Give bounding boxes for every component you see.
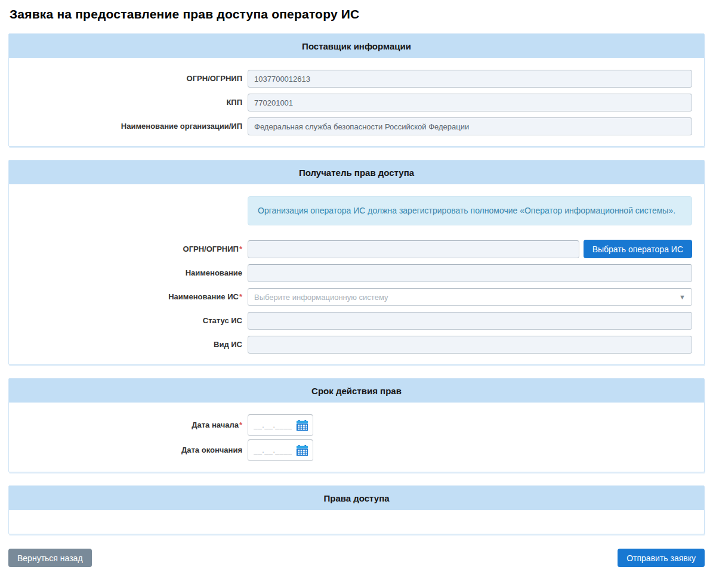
page-title: Заявка на предоставление прав доступа оп… — [10, 7, 705, 21]
section-body-recipient: Организация оператора ИС должна зарегист… — [9, 184, 704, 364]
provider-ogrn-input[interactable] — [248, 70, 692, 88]
is-kind-label: Вид ИС — [9, 340, 248, 349]
is-name-label: Наименование ИС* — [9, 292, 248, 302]
required-mark: * — [239, 245, 242, 253]
is-name-dropdown-input[interactable] — [254, 293, 674, 302]
section-header-validity: Срок действия прав — [9, 379, 704, 403]
section-validity-period: Срок действия прав Дата начала* — [8, 378, 705, 472]
field-row-is-kind: Вид ИС — [9, 336, 692, 354]
section-access-recipient: Получатель прав доступа Организация опер… — [8, 160, 705, 365]
provider-kpp-input[interactable] — [248, 94, 692, 112]
end-date-input[interactable] — [254, 446, 292, 454]
calendar-icon — [295, 444, 309, 457]
submit-application-button[interactable]: Отправить заявку — [618, 549, 705, 567]
application-page: Заявка на предоставление прав доступа оп… — [0, 0, 713, 575]
start-date-field — [248, 414, 313, 436]
field-row-recipient-ogrn: ОГРН/ОГРНИП* Выбрать оператора ИС — [9, 240, 692, 258]
provider-kpp-label: КПП — [9, 98, 248, 107]
field-row-provider-org-name: Наименование организации/ИП — [9, 117, 692, 135]
is-status-input[interactable] — [248, 312, 692, 330]
section-header-provider: Поставщик информации — [9, 34, 704, 58]
end-date-field — [248, 440, 313, 461]
calendar-icon — [295, 419, 309, 432]
field-row-provider-kpp: КПП — [9, 94, 692, 112]
select-operator-button[interactable]: Выбрать оператора ИС — [584, 240, 692, 258]
end-date-calendar-button[interactable] — [295, 444, 309, 457]
section-access-rights: Права доступа — [8, 485, 705, 534]
end-date-label: Дата окончания — [9, 445, 248, 455]
back-button[interactable]: Вернуться назад — [8, 549, 92, 567]
required-mark: * — [239, 292, 242, 301]
field-row-is-name: Наименование ИС* ▼ — [9, 288, 692, 306]
provider-org-name-label: Наименование организации/ИП — [9, 122, 248, 131]
field-row-provider-ogrn: ОГРН/ОГРНИП — [9, 70, 692, 88]
section-header-rights: Права доступа — [9, 486, 704, 510]
footer-actions: Вернуться назад Отправить заявку — [8, 549, 705, 567]
info-message: Организация оператора ИС должна зарегист… — [248, 196, 692, 225]
is-kind-input[interactable] — [248, 336, 692, 354]
info-message-row: Организация оператора ИС должна зарегист… — [9, 196, 692, 234]
section-body-provider: ОГРН/ОГРНИП КПП Наименование организации… — [9, 58, 704, 146]
start-date-input[interactable] — [254, 421, 292, 429]
section-body-rights — [9, 510, 704, 534]
recipient-name-input[interactable] — [248, 264, 692, 282]
section-information-provider: Поставщик информации ОГРН/ОГРНИП КПП Наи… — [8, 33, 705, 147]
section-header-recipient: Получатель прав доступа — [9, 160, 704, 184]
required-mark: * — [239, 420, 242, 429]
provider-ogrn-label: ОГРН/ОГРНИП — [9, 74, 248, 83]
recipient-ogrn-label: ОГРН/ОГРНИП* — [9, 245, 248, 254]
start-date-label: Дата начала* — [9, 420, 248, 430]
field-row-is-status: Статус ИС — [9, 312, 692, 330]
section-body-validity: Дата начала* — [9, 403, 704, 472]
recipient-ogrn-input[interactable] — [248, 240, 579, 258]
field-row-start-date: Дата начала* — [9, 414, 692, 436]
is-status-label: Статус ИС — [9, 316, 248, 326]
recipient-name-label: Наименование — [9, 268, 248, 278]
start-date-calendar-button[interactable] — [295, 419, 309, 432]
field-row-recipient-name: Наименование — [9, 264, 692, 282]
provider-org-name-input[interactable] — [248, 117, 692, 135]
chevron-down-icon[interactable]: ▼ — [679, 293, 686, 301]
is-name-dropdown[interactable]: ▼ — [248, 288, 692, 306]
field-row-end-date: Дата окончания — [9, 440, 692, 461]
